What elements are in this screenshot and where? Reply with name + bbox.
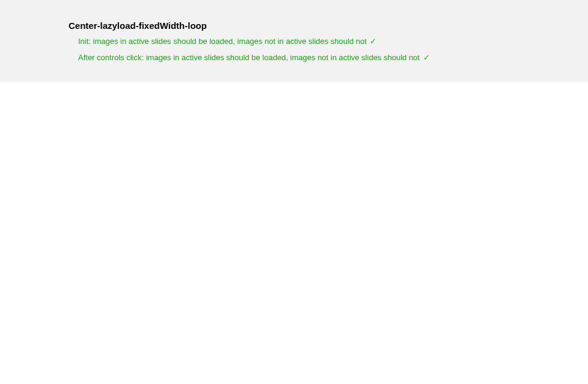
checkmark-icon: ✓ <box>370 37 376 46</box>
test-suite-title: Center-lazyload-fixedWidth-loop <box>69 20 588 31</box>
test-result-text: After controls click: images in active s… <box>78 53 420 62</box>
test-panel: Center-lazyload-fixedWidth-loop Init: im… <box>0 0 588 82</box>
checkmark-icon: ✓ <box>423 53 430 62</box>
test-result-row: Init: images in active slides should be … <box>78 36 588 48</box>
test-result-text: Init: images in active slides should be … <box>78 37 367 46</box>
test-result-row: After controls click: images in active s… <box>78 52 588 64</box>
